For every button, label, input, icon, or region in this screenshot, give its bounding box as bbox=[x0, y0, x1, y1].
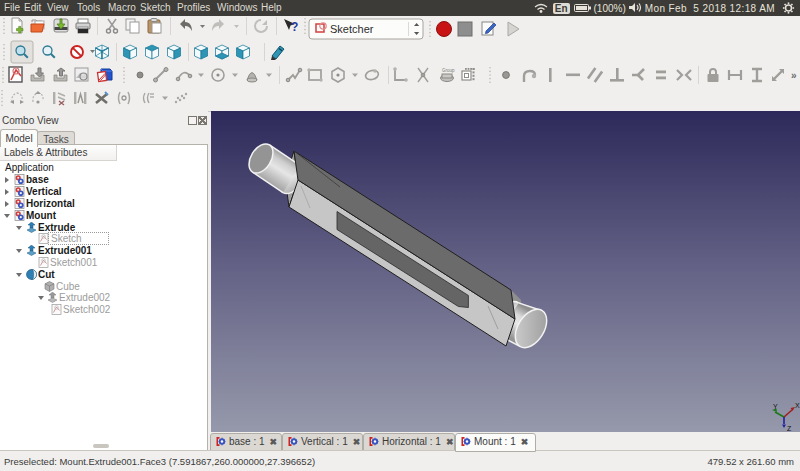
svg-text:Sketcher: Sketcher bbox=[330, 23, 374, 35]
svg-text:Y: Y bbox=[773, 403, 778, 410]
svg-text:X: X bbox=[795, 402, 800, 409]
svg-text:Z: Z bbox=[787, 425, 792, 432]
svg-text:?: ? bbox=[291, 20, 298, 34]
svg-text:Group: Group bbox=[442, 68, 455, 73]
svg-text:»: » bbox=[791, 70, 797, 81]
